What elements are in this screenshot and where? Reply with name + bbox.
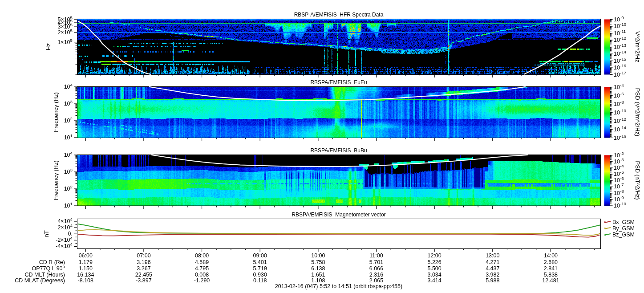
svg-text:10-10: 10-10 xyxy=(614,22,627,29)
svg-text:10-6: 10-6 xyxy=(614,91,624,99)
svg-text:103: 103 xyxy=(64,99,73,107)
svg-text:CD MLAT (Degrees): CD MLAT (Degrees) xyxy=(15,277,65,284)
svg-text:102: 102 xyxy=(64,116,73,124)
svg-text:5.838: 5.838 xyxy=(544,272,558,278)
svg-text:3.034: 3.034 xyxy=(427,272,441,278)
svg-text:10-17: 10-17 xyxy=(614,70,626,78)
svg-text:11:00: 11:00 xyxy=(369,252,383,259)
svg-text:1.651: 1.651 xyxy=(311,272,325,278)
svg-text:1.150: 1.150 xyxy=(79,265,93,272)
svg-text:104: 104 xyxy=(64,82,73,90)
svg-text:0.008: 0.008 xyxy=(195,272,209,278)
svg-text:0.118: 0.118 xyxy=(253,277,267,284)
svg-text:10-9: 10-9 xyxy=(614,15,624,23)
svg-text:5.988: 5.988 xyxy=(486,277,499,284)
svg-text:5.500: 5.500 xyxy=(427,265,441,272)
svg-text:PSD (nT^2/Hz): PSD (nT^2/Hz) xyxy=(634,161,641,199)
svg-text:102: 102 xyxy=(64,184,73,192)
svg-text:10-16: 10-16 xyxy=(614,63,626,71)
svg-text:2×105: 2×105 xyxy=(57,28,73,36)
svg-text:3.414: 3.414 xyxy=(427,277,441,284)
svg-text:5.701: 5.701 xyxy=(369,259,383,265)
svg-text:6.066: 6.066 xyxy=(369,265,383,272)
svg-text:RBSPA/EMFISIS BuBu: RBSPA/EMFISIS BuBu xyxy=(310,147,367,154)
svg-text:13:00: 13:00 xyxy=(486,252,499,259)
svg-text:0.930: 0.930 xyxy=(253,272,267,278)
svg-text:Frequency (Hz): Frequency (Hz) xyxy=(53,160,59,200)
svg-text:RBSPA/EMFISIS EuEu: RBSPA/EMFISIS EuEu xyxy=(310,79,367,85)
svg-text:103: 103 xyxy=(64,167,73,175)
svg-text:104: 104 xyxy=(64,151,73,158)
svg-text:10-8: 10-8 xyxy=(614,100,624,107)
svg-text:08:00: 08:00 xyxy=(195,252,209,259)
svg-text:CD MLT (Hours): CD MLT (Hours) xyxy=(24,272,65,278)
svg-text:10-10: 10-10 xyxy=(614,108,627,116)
svg-text:10-4: 10-4 xyxy=(614,83,624,90)
svg-text:4.271: 4.271 xyxy=(486,259,499,265)
svg-text:101: 101 xyxy=(64,201,73,209)
svg-text:09:00: 09:00 xyxy=(253,252,267,259)
svg-text:-1.290: -1.290 xyxy=(194,277,210,284)
svg-text:16.134: 16.134 xyxy=(77,272,94,278)
svg-text:Bx_GSM: Bx_GSM xyxy=(612,219,635,225)
svg-text:14:00: 14:00 xyxy=(544,252,558,259)
svg-text:10-13: 10-13 xyxy=(614,43,626,50)
svg-text:5.226: 5.226 xyxy=(427,259,441,265)
svg-text:2.680: 2.680 xyxy=(544,259,558,265)
svg-text:4.589: 4.589 xyxy=(195,259,209,265)
svg-text:Bz_GSM: Bz_GSM xyxy=(612,232,635,238)
svg-text:06:00: 06:00 xyxy=(79,252,93,259)
svg-text:10-14: 10-14 xyxy=(614,49,627,57)
svg-text:-3.897: -3.897 xyxy=(136,277,151,284)
svg-text:Hz: Hz xyxy=(45,43,52,50)
svg-text:OP77Q L 90o: OP77Q L 90o xyxy=(32,264,65,272)
svg-text:10-10: 10-10 xyxy=(614,201,627,209)
svg-text:2013-02-16 (047) 5:52 to 14:51: 2013-02-16 (047) 5:52 to 14:51 (orbit:rb… xyxy=(275,283,402,289)
svg-text:Frequency (Hz): Frequency (Hz) xyxy=(53,92,59,132)
svg-text:2.065: 2.065 xyxy=(369,277,383,284)
svg-text:101: 101 xyxy=(64,133,73,141)
svg-text:10:00: 10:00 xyxy=(311,252,325,259)
svg-text:1.179: 1.179 xyxy=(79,259,93,265)
svg-text:10-11: 10-11 xyxy=(614,29,626,37)
svg-text:10-12: 10-12 xyxy=(614,117,626,124)
svg-text:10-12: 10-12 xyxy=(614,36,626,43)
svg-text:4.795: 4.795 xyxy=(195,265,209,272)
svg-text:RBSPA/EMFISIS Magnetometer ve: RBSPA/EMFISIS Magnetometer vector xyxy=(292,212,385,218)
svg-text:1.108: 1.108 xyxy=(311,277,325,284)
svg-text:12:00: 12:00 xyxy=(427,252,441,259)
svg-text:1×105: 1×105 xyxy=(57,38,73,45)
svg-text:4.437: 4.437 xyxy=(486,265,499,272)
svg-text:22.455: 22.455 xyxy=(135,272,152,278)
svg-text:2.316: 2.316 xyxy=(369,272,383,278)
svg-text:07:00: 07:00 xyxy=(137,252,150,259)
svg-text:6.138: 6.138 xyxy=(311,265,325,272)
svg-text:-4×104: -4×104 xyxy=(56,242,73,249)
svg-text:By_GSM: By_GSM xyxy=(612,225,635,232)
svg-text:RBSP-A/EMFISIS HFR Spectra Da: RBSP-A/EMFISIS HFR Spectra Data xyxy=(294,12,384,18)
svg-text:PSD (V^2/m^2/Hz): PSD (V^2/m^2/Hz) xyxy=(634,88,641,136)
svg-text:3.196: 3.196 xyxy=(137,259,150,265)
svg-text:3.267: 3.267 xyxy=(137,265,150,272)
svg-text:V^2/m^2/Hz: V^2/m^2/Hz xyxy=(634,31,641,62)
svg-text:5.401: 5.401 xyxy=(253,259,267,265)
svg-text:5.758: 5.758 xyxy=(311,259,325,265)
svg-text:CD R (Re): CD R (Re) xyxy=(39,259,65,265)
svg-text:nT: nT xyxy=(43,230,50,237)
svg-text:10-15: 10-15 xyxy=(614,57,627,64)
svg-text:10-14: 10-14 xyxy=(614,125,627,133)
svg-text:10-16: 10-16 xyxy=(614,134,626,141)
svg-text:2×104: 2×104 xyxy=(57,223,73,231)
svg-text:3.982: 3.982 xyxy=(486,272,499,278)
svg-text:-8.108: -8.108 xyxy=(78,277,93,284)
svg-text:5.719: 5.719 xyxy=(253,265,267,272)
svg-text:12.481: 12.481 xyxy=(542,277,559,284)
svg-text:2.841: 2.841 xyxy=(544,265,558,272)
